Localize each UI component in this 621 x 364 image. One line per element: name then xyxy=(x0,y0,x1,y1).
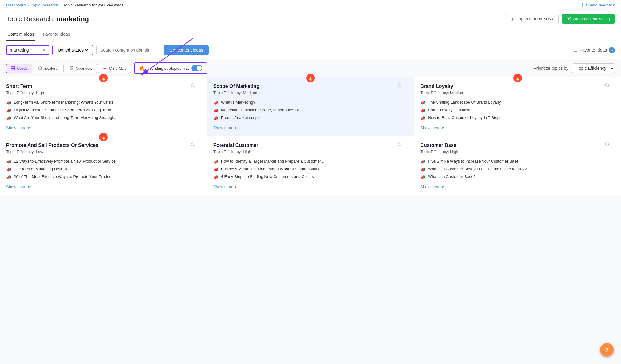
card-item: 📣 How to Build Customer Loyalty in 7 Ste… xyxy=(420,115,615,121)
card-item-text: 12 Ways to Effectively Promote a New Pro… xyxy=(14,159,116,164)
svg-rect-7 xyxy=(11,66,13,68)
show-more-label: Show more xyxy=(6,184,26,189)
export-icon xyxy=(510,17,515,21)
svg-point-27 xyxy=(605,84,609,87)
svg-rect-8 xyxy=(13,66,15,68)
search-card-button[interactable] xyxy=(398,83,402,89)
cards-icon xyxy=(11,66,15,70)
card-short-term: 🔥 Short Term Topic Efficiency: High ··· … xyxy=(0,77,207,136)
svg-point-23 xyxy=(191,84,194,87)
show-more-button[interactable]: Show more ▾ xyxy=(420,125,615,130)
card-items: 📣 The Shifting Landscape Of Brand Loyalt… xyxy=(420,100,615,121)
view-tab-overview[interactable]: Overview xyxy=(65,64,97,73)
chevron-down-icon: ▾ xyxy=(28,184,30,189)
megaphone-icon: 📣 xyxy=(420,167,425,172)
more-card-button[interactable]: ··· xyxy=(405,142,409,148)
card-efficiency: Topic Efficiency: High xyxy=(420,149,615,154)
more-card-button[interactable]: ··· xyxy=(612,83,616,89)
chevron-down-icon: ▾ xyxy=(442,125,444,130)
header-actions: Export topic to XLSX Order content writi… xyxy=(505,14,615,24)
card-promote-and-sell: 🔥 Promote And Sell Products Or Services … xyxy=(0,136,207,195)
page-title: Topic Research: marketing xyxy=(6,15,89,23)
card-title: Customer Base xyxy=(420,143,615,148)
more-card-button[interactable]: ··· xyxy=(198,83,202,89)
main-tabs: Content Ideas Favorite Ideas xyxy=(0,28,621,41)
svg-rect-9 xyxy=(11,69,13,70)
view-tab-cards[interactable]: Cards xyxy=(6,64,32,73)
card-item-text: Five Simple Ways to Increase Your Custom… xyxy=(428,159,518,164)
show-more-label: Show more xyxy=(213,184,234,189)
megaphone-icon: 📣 xyxy=(213,175,219,180)
card-item: 📣 Business Marketing: Understand What Cu… xyxy=(213,167,408,172)
svg-rect-15 xyxy=(70,69,71,70)
card-item-text: 4 Easy Steps to Finding New Customers an… xyxy=(221,174,314,179)
more-card-button[interactable]: ··· xyxy=(612,142,616,148)
tab-content-ideas[interactable]: Content Ideas xyxy=(6,28,35,41)
more-card-button[interactable]: ··· xyxy=(198,142,202,148)
more-card-button[interactable]: ··· xyxy=(405,83,409,89)
card-item-text: Long-Term vs. Short-Term Marketing: What… xyxy=(14,100,118,105)
trending-toggle-switch[interactable] xyxy=(191,65,202,71)
view-tab-mindmap[interactable]: Mind Map xyxy=(98,64,131,73)
prioritize-select[interactable]: Topic Efficiency xyxy=(572,63,615,73)
card-item: 📣 12 Ways to Effectively Promote a New P… xyxy=(6,159,201,164)
card-items: 📣 How to Identify a Target Market and Pr… xyxy=(213,159,408,180)
card-item-text: What is a Customer Base? xyxy=(428,174,476,179)
keyword-input[interactable] xyxy=(10,48,41,53)
card-item-text: What is a Customer Base? The Ultimate Gu… xyxy=(428,167,527,171)
svg-point-11 xyxy=(38,67,41,69)
card-title: Scope Of Marketing xyxy=(213,84,408,89)
show-more-button[interactable]: Show more ▾ xyxy=(6,184,201,189)
card-brand-loyalty: 🔥 Brand Loyalty Topic Efficiency: Medium… xyxy=(414,77,621,136)
megaphone-icon: 📣 xyxy=(6,159,11,164)
card-item: 📣 Five Simple Ways to Increase Your Cust… xyxy=(420,159,615,164)
card-title: Potential Customer xyxy=(213,143,408,148)
card-actions: ··· xyxy=(398,83,409,89)
order-content-button[interactable]: Order content writing xyxy=(562,14,615,24)
show-more-button[interactable]: Show more ▾ xyxy=(420,184,615,189)
search-card-button[interactable] xyxy=(190,83,195,89)
megaphone-icon: 📣 xyxy=(6,108,11,113)
show-more-button[interactable]: Show more ▾ xyxy=(6,125,201,130)
search-card-button[interactable] xyxy=(190,142,195,148)
order-btn-label: Order content writing xyxy=(573,17,610,21)
card-item: 📣 The Shifting Landscape Of Brand Loyalt… xyxy=(420,100,615,105)
show-more-button[interactable]: Show more ▾ xyxy=(213,184,408,189)
domain-search-input[interactable] xyxy=(96,45,164,55)
breadcrumb-current: Topic Research for your keywords xyxy=(63,3,124,7)
card-actions: ··· xyxy=(605,83,616,89)
megaphone-icon: 📣 xyxy=(6,100,11,105)
breadcrumb-topic-research[interactable]: Topic Research xyxy=(31,3,58,7)
view-tab-explorer[interactable]: Explorer xyxy=(34,64,64,73)
card-efficiency: Topic Efficiency: High xyxy=(6,90,201,95)
svg-rect-14 xyxy=(72,67,73,68)
clear-keyword-icon[interactable]: ✕ xyxy=(42,48,45,52)
country-select-wrap[interactable]: United States xyxy=(52,45,93,55)
country-select[interactable]: United States xyxy=(57,47,89,53)
search-card-button[interactable] xyxy=(605,142,610,148)
export-button[interactable]: Export topic to XLSX xyxy=(505,14,559,24)
card-item: 📣 4 Easy Steps to Finding New Customers … xyxy=(213,174,408,180)
get-content-ideas-button[interactable]: Get content ideas xyxy=(164,45,209,55)
card-actions: ··· xyxy=(190,142,202,148)
hot-badge: 🔥 xyxy=(513,74,522,82)
show-more-button[interactable]: Show more ▾ xyxy=(213,125,408,130)
card-item: 📣 Digital Marketing Strategies: Short-Te… xyxy=(6,108,201,113)
card-item-text: Product/market scope xyxy=(221,115,260,120)
tab-favorite-ideas[interactable]: Favorite Ideas xyxy=(42,28,71,41)
megaphone-icon: 📣 xyxy=(420,175,425,180)
megaphone-icon: 📣 xyxy=(213,100,219,105)
card-efficiency: Topic Efficiency: Medium xyxy=(213,90,408,95)
title-label: Topic Research: xyxy=(6,15,55,23)
card-actions: ··· xyxy=(398,142,409,148)
favorite-ideas-link[interactable]: Favorite Ideas 5 xyxy=(573,47,615,53)
svg-rect-13 xyxy=(70,67,71,68)
breadcrumb-dashboard[interactable]: Dashboard xyxy=(6,3,26,7)
search-card-button[interactable] xyxy=(398,142,402,148)
chevron-down-icon: ▾ xyxy=(235,125,237,130)
card-title: Promote And Sell Products Or Services xyxy=(6,143,201,148)
search-card-button[interactable] xyxy=(605,83,610,89)
send-feedback-link[interactable]: Send feedback xyxy=(582,2,615,7)
card-actions: ··· xyxy=(605,142,616,148)
megaphone-icon: 📣 xyxy=(213,108,219,113)
